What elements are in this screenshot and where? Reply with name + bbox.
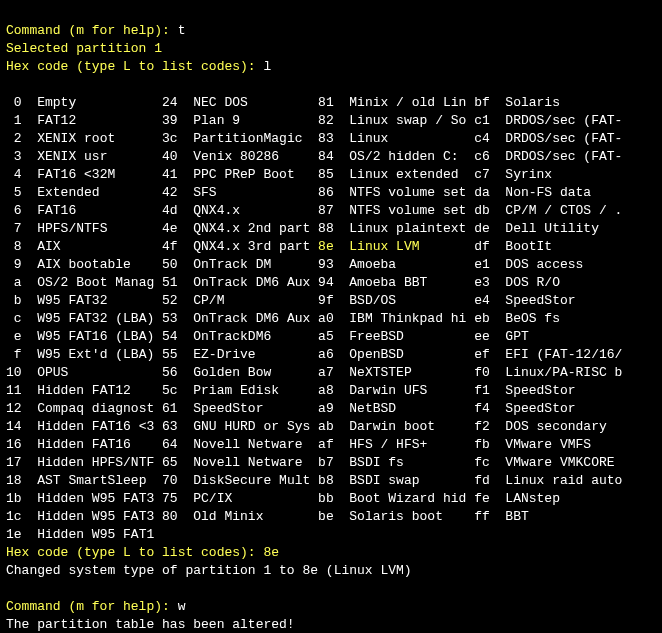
partition-code: 83 [318, 131, 334, 146]
partition-name: NeXTSTEP [349, 365, 474, 380]
partition-code: de [474, 221, 490, 236]
partition-name: SpeedStor [505, 383, 622, 398]
partition-name: NTFS volume set [349, 203, 474, 218]
partition-name: W95 FAT16 (LBA) [37, 329, 162, 344]
blank-line [6, 581, 14, 596]
partition-code: 4e [162, 221, 178, 236]
partition-code: 51 [162, 275, 178, 290]
partition-name: Hidden HPFS/NTF [37, 455, 162, 470]
partition-code: f [6, 347, 22, 362]
partition-name: QNX4.x [193, 203, 318, 218]
partition-name: XENIX root [37, 131, 162, 146]
partition-code: 94 [318, 275, 334, 290]
partition-code: e1 [474, 257, 490, 272]
partition-name: Linux [349, 131, 474, 146]
partition-name: GPT [505, 329, 622, 344]
partition-code: a9 [318, 401, 334, 416]
partition-name: AIX bootable [37, 257, 162, 272]
partition-name: PartitionMagic [193, 131, 318, 146]
partition-name: OPUS [37, 365, 162, 380]
partition-name: Hidden W95 FAT3 [37, 491, 162, 506]
partition-name: OnTrack DM [193, 257, 318, 272]
partition-name: AST SmartSleep [37, 473, 162, 488]
partition-name: BSDI fs [349, 455, 474, 470]
partition-name: OS/2 Boot Manag [37, 275, 162, 290]
partition-code: db [474, 203, 490, 218]
partition-code: 12 [6, 401, 22, 416]
partition-code: 11 [6, 383, 22, 398]
partition-code: 82 [318, 113, 334, 128]
partition-name: Hidden FAT16 <3 [37, 419, 162, 434]
partition-code: c4 [474, 131, 490, 146]
partition-name: HFS / HFS+ [349, 437, 474, 452]
partition-code: 4 [6, 167, 22, 182]
partition-code: 4f [162, 239, 178, 254]
partition-code: 8 [6, 239, 22, 254]
partition-name: Solaris boot [349, 509, 474, 524]
partition-name: NetBSD [349, 401, 474, 416]
partition-name: AIX [37, 239, 162, 254]
terminal[interactable]: Command (m for help): t Selected partiti… [0, 0, 662, 633]
partition-code: 84 [318, 149, 334, 164]
partition-code: 50 [162, 257, 178, 272]
partition-code: 55 [162, 347, 178, 362]
partition-code: 10 [6, 365, 22, 380]
partition-name: SFS [193, 185, 318, 200]
partition-name: BootIt [505, 239, 622, 254]
partition-name: SpeedStor [505, 293, 622, 308]
partition-code: fe [474, 491, 490, 506]
partition-code: fc [474, 455, 490, 470]
partition-code: b7 [318, 455, 334, 470]
partition-code: 88 [318, 221, 334, 236]
partition-name: Hidden W95 FAT1 [37, 527, 162, 542]
partition-code: 75 [162, 491, 178, 506]
partition-name: Solaris [505, 95, 622, 110]
partition-name: Linux extended [349, 167, 474, 182]
partition-name: Golden Bow [193, 365, 318, 380]
partition-name: Dell Utility [505, 221, 622, 236]
partition-code: 14 [6, 419, 22, 434]
partition-code: 41 [162, 167, 178, 182]
partition-code: a7 [318, 365, 334, 380]
partition-name: Hidden FAT16 [37, 437, 162, 452]
partition-code: 16 [6, 437, 22, 452]
partition-name: CP/M [193, 293, 318, 308]
partition-name: Linux raid auto [505, 473, 622, 488]
partition-code: 1b [6, 491, 22, 506]
partition-code: ee [474, 329, 490, 344]
partition-name: DOS access [505, 257, 622, 272]
partition-name: OnTrackDM6 [193, 329, 318, 344]
partition-code: 4d [162, 203, 178, 218]
partition-code: 9 [6, 257, 22, 272]
partition-name: PPC PReP Boot [193, 167, 318, 182]
partition-code: f0 [474, 365, 490, 380]
partition-name: Linux plaintext [349, 221, 474, 236]
partition-code: 7 [6, 221, 22, 236]
partition-code: bf [474, 95, 490, 110]
partition-name: LANstep [505, 491, 622, 506]
partition-name: DRDOS/sec (FAT- [505, 131, 622, 146]
partition-code: 39 [162, 113, 178, 128]
partition-name: Priam Edisk [193, 383, 318, 398]
partition-code: 93 [318, 257, 334, 272]
partition-code: 18 [6, 473, 22, 488]
partition-name: NEC DOS [193, 95, 318, 110]
hexcode-input: l [263, 59, 271, 74]
partition-code: 1 [6, 113, 22, 128]
partition-name: Non-FS data [505, 185, 622, 200]
hexcode-prompt-2: Hex code (type L to list codes): [6, 545, 263, 560]
partition-name: Hidden FAT12 [37, 383, 162, 398]
partition-code: 5 [6, 185, 22, 200]
partition-code: 17 [6, 455, 22, 470]
partition-code: 24 [162, 95, 178, 110]
partition-code: ab [318, 419, 334, 434]
hexcode-prompt: Hex code (type L to list codes): [6, 59, 263, 74]
partition-code: 87 [318, 203, 334, 218]
partition-name: BeOS fs [505, 311, 622, 326]
partition-name: Linux LVM [349, 239, 474, 254]
partition-code: 56 [162, 365, 178, 380]
partition-code: e3 [474, 275, 490, 290]
partition-code: fd [474, 473, 490, 488]
partition-code: 1e [6, 527, 22, 542]
partition-code: f4 [474, 401, 490, 416]
